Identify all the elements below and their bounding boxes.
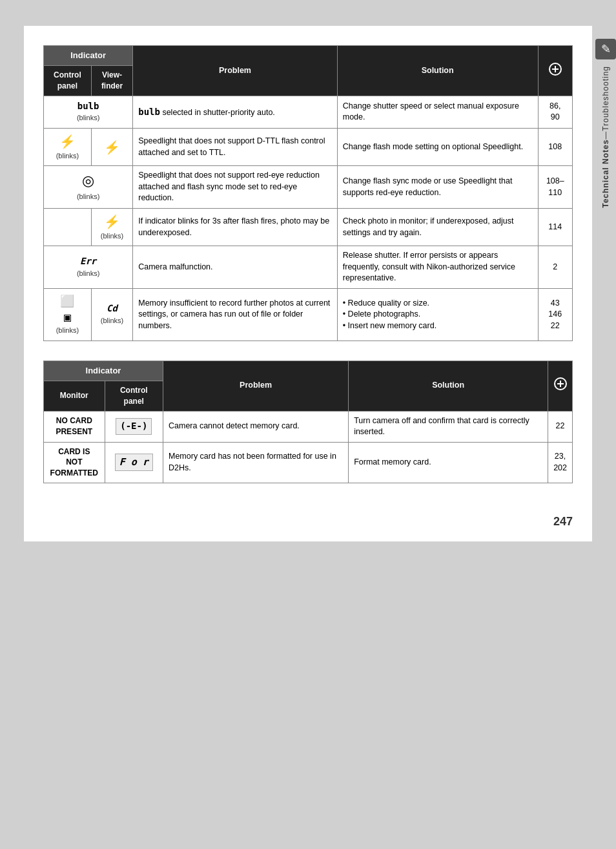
viewfinder-header: View-finder — [91, 66, 132, 96]
bulb-problem: bulb selected in shutter-priority auto. — [133, 96, 338, 128]
control-panel-header-2: Control panel — [105, 381, 163, 411]
no-card-solution: Turn camera off and confirm that card is… — [349, 411, 548, 442]
card-not-formatted-control: F o r — [105, 442, 163, 483]
solution-header-2: Solution — [349, 361, 548, 411]
err-indicator: Err (blinks) — [44, 246, 133, 289]
problem-header-1: Problem — [133, 46, 338, 96]
solution-header-1: Solution — [337, 46, 538, 96]
table-row: ⚡ (blinks) ⚡ Speedlight that does not su… — [44, 128, 573, 166]
mem-viewfinder-indicator: Cd (blinks) — [91, 288, 132, 341]
indicator-header-1: Indicator — [44, 46, 133, 66]
bulb-pages: 86,90 — [538, 96, 572, 128]
card-not-formatted-solution: Format memory card. — [349, 442, 548, 483]
indicator-table-1: Indicator Problem Solution Control panel… — [43, 45, 573, 341]
problem-header-2: Problem — [163, 361, 348, 411]
table-row: ⚡ (blinks) If indicator blinks for 3s af… — [44, 208, 573, 246]
control-panel-header: Control panel — [44, 66, 92, 96]
table-row: bulb (blinks) bulb selected in shutter-p… — [44, 96, 573, 128]
indicator-table-2: Indicator Problem Solution Monitor Contr… — [43, 361, 573, 483]
no-card-monitor: NO CARDPRESENT — [44, 411, 105, 442]
flash-control-indicator: ⚡ (blinks) — [44, 128, 92, 166]
mem-solution: Reduce quality or size. Delete photograp… — [337, 288, 538, 341]
bulb-indicator: bulb (blinks) — [44, 96, 133, 128]
table-row: NO CARDPRESENT (-E-) Camera cannot detec… — [44, 411, 573, 442]
redeye-indicator: ◎ (blinks) — [44, 166, 133, 209]
mem-pages: 4314622 — [538, 288, 572, 341]
card-not-formatted-pages: 23,202 — [548, 442, 573, 483]
indicator-header-2: Indicator — [44, 361, 163, 381]
flash-problem: Speedlight that does not support D-TTL f… — [133, 128, 338, 166]
redeye-pages: 108–110 — [538, 166, 572, 209]
no-card-control: (-E-) — [105, 411, 163, 442]
err-solution: Release shutter. If error persists or ap… — [337, 246, 538, 289]
flash-viewfinder-indicator: ⚡ — [91, 128, 132, 166]
bulb-solution: Change shutter speed or select manual ex… — [337, 96, 538, 128]
edit-icon: ✎ — [595, 39, 616, 59]
underexp-pages: 114 — [538, 208, 572, 246]
flash-pages: 108 — [538, 128, 572, 166]
underexp-control — [44, 208, 92, 246]
sidebar-tab: ✎ Technical Notes—Troubleshooting — [592, 26, 616, 541]
underexp-solution: Check photo in monitor; if underexposed,… — [337, 208, 538, 246]
flash-solution: Change flash mode setting on optional Sp… — [337, 128, 538, 166]
table-row: ◎ (blinks) Speedlight that does not supp… — [44, 166, 573, 209]
card-not-formatted-monitor: CARD IS NOTFORMATTED — [44, 442, 105, 483]
monitor-header: Monitor — [44, 381, 105, 411]
mem-control-indicator: ⬜▣ (blinks) — [44, 288, 92, 341]
no-card-pages: 22 — [548, 411, 573, 442]
err-pages: 2 — [538, 246, 572, 289]
sidebar-label: Technical Notes—Troubleshooting — [601, 66, 610, 208]
mem-problem: Memory insufficient to record further ph… — [133, 288, 338, 341]
err-problem: Camera malfunction. — [133, 246, 338, 289]
no-card-problem: Camera cannot detect memory card. — [163, 411, 348, 442]
redeye-solution: Change flash sync mode or use Speedlight… — [337, 166, 538, 209]
table-row: ⬜▣ (blinks) Cd (blinks) Memory insuffici… — [44, 288, 573, 341]
pages-header-2 — [548, 361, 573, 411]
pages-header-1 — [538, 46, 572, 96]
page: Indicator Problem Solution Control panel… — [24, 26, 592, 541]
redeye-problem: Speedlight that does not support red-eye… — [133, 166, 338, 209]
card-not-formatted-problem: Memory card has not been formatted for u… — [163, 442, 348, 483]
underexp-viewfinder: ⚡ (blinks) — [91, 208, 132, 246]
table-row: Err (blinks) Camera malfunction. Release… — [44, 246, 573, 289]
page-number: 247 — [553, 515, 573, 529]
table-row: CARD IS NOTFORMATTED F o r Memory card h… — [44, 442, 573, 483]
underexp-problem: If indicator blinks for 3s after flash f… — [133, 208, 338, 246]
